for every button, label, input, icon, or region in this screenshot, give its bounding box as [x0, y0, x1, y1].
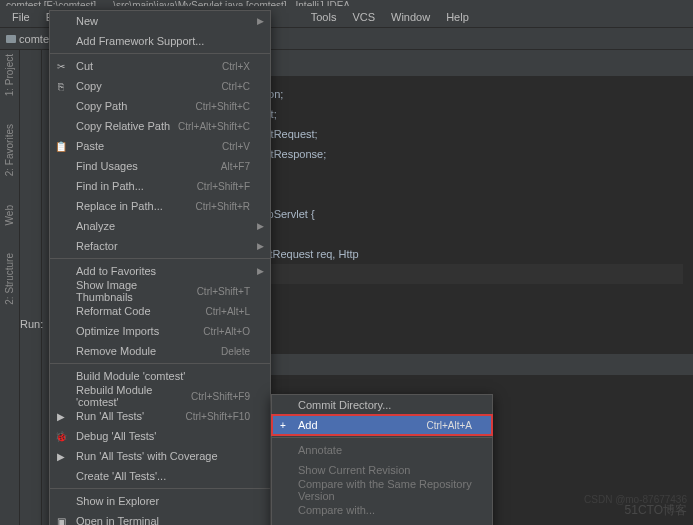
- menu-label: Optimize Imports: [76, 325, 159, 337]
- menu-icon: ▶: [54, 449, 68, 463]
- menu-label: Analyze: [76, 220, 115, 232]
- ctx-open-in-terminal[interactable]: ▣Open in Terminal: [50, 511, 270, 525]
- git-submenu: Commit Directory...+AddCtrl+Alt+AAnnotat…: [271, 394, 493, 525]
- git-annotate: Annotate: [272, 440, 492, 460]
- menu-icon: 🐞: [54, 429, 68, 443]
- shortcut: Ctrl+Shift+C: [196, 101, 250, 112]
- project-icon: [6, 35, 16, 43]
- git-compare-with-branch-: Compare with Branch...: [272, 520, 492, 525]
- ctx-analyze[interactable]: Analyze▶: [50, 216, 270, 236]
- menu-label: Show in Explorer: [76, 495, 159, 507]
- menu-label: Find in Path...: [76, 180, 144, 192]
- shortcut: Alt+F7: [221, 161, 250, 172]
- submenu-arrow-icon: ▶: [257, 241, 264, 251]
- git-add[interactable]: +AddCtrl+Alt+A: [272, 415, 492, 435]
- tool-structure[interactable]: 2: Structure: [4, 253, 15, 305]
- ctx-copy[interactable]: ⎘CopyCtrl+C: [50, 76, 270, 96]
- ctx-remove-module[interactable]: Remove ModuleDelete: [50, 341, 270, 361]
- ctx-new[interactable]: New▶: [50, 11, 270, 31]
- left-tool-strip: 1: Project 2: Favorites Web 2: Structure: [0, 50, 20, 525]
- menu-tools[interactable]: Tools: [303, 9, 345, 25]
- menu-label: Add to Favorites: [76, 265, 156, 277]
- submenu-arrow-icon: ▶: [257, 221, 264, 231]
- shortcut: Ctrl+Shift+T: [197, 286, 250, 297]
- menu-label: Debug 'All Tests': [76, 430, 156, 442]
- menu-label: Copy: [76, 80, 102, 92]
- shortcut: Ctrl+Alt+L: [206, 306, 250, 317]
- menu-icon: ✂: [54, 59, 68, 73]
- shortcut: Ctrl+V: [222, 141, 250, 152]
- menu-label: Annotate: [298, 444, 342, 456]
- menu-label: Reformat Code: [76, 305, 151, 317]
- menu-file[interactable]: File: [4, 9, 38, 25]
- menu-window[interactable]: Window: [383, 9, 438, 25]
- ctx-run-all-tests-[interactable]: ▶Run 'All Tests'Ctrl+Shift+F10: [50, 406, 270, 426]
- ctx-cut[interactable]: ✂CutCtrl+X: [50, 56, 270, 76]
- submenu-arrow-icon: ▶: [257, 266, 264, 276]
- git-compare-with-the-same-repository-version: Compare with the Same Repository Version: [272, 480, 492, 500]
- ctx-paste[interactable]: 📋PasteCtrl+V: [50, 136, 270, 156]
- menu-label: Add Framework Support...: [76, 35, 204, 47]
- ctx-replace-in-path-[interactable]: Replace in Path...Ctrl+Shift+R: [50, 196, 270, 216]
- menu-label: Copy Path: [76, 100, 127, 112]
- menu-label: Cut: [76, 60, 93, 72]
- ctx-copy-path[interactable]: Copy PathCtrl+Shift+C: [50, 96, 270, 116]
- ctx-find-in-path-[interactable]: Find in Path...Ctrl+Shift+F: [50, 176, 270, 196]
- ctx-build-module-comtest-[interactable]: Build Module 'comtest': [50, 366, 270, 386]
- menu-label: Copy Relative Path: [76, 120, 170, 132]
- menu-label: Rebuild Module 'comtest': [76, 384, 191, 408]
- ctx-show-image-thumbnails[interactable]: Show Image ThumbnailsCtrl+Shift+T: [50, 281, 270, 301]
- tool-favorites[interactable]: 2: Favorites: [4, 124, 15, 176]
- menu-vcs[interactable]: VCS: [344, 9, 383, 25]
- menu-icon: 📋: [54, 139, 68, 153]
- context-menu: New▶Add Framework Support...✂CutCtrl+X⎘C…: [49, 10, 271, 525]
- ctx-run-all-tests-with-coverage[interactable]: ▶Run 'All Tests' with Coverage: [50, 446, 270, 466]
- shortcut: Ctrl+Shift+R: [196, 201, 250, 212]
- menu-label: Remove Module: [76, 345, 156, 357]
- ctx-refactor[interactable]: Refactor▶: [50, 236, 270, 256]
- menu-label: Run 'All Tests' with Coverage: [76, 450, 218, 462]
- shortcut: Delete: [221, 346, 250, 357]
- menu-label: Open in Terminal: [76, 515, 159, 525]
- ctx-debug-all-tests-[interactable]: 🐞Debug 'All Tests': [50, 426, 270, 446]
- ctx-show-in-explorer[interactable]: Show in Explorer: [50, 491, 270, 511]
- git-show-current-revision: Show Current Revision: [272, 460, 492, 480]
- watermark-51cto: 51CTO博客: [625, 502, 687, 519]
- shortcut: Ctrl+Alt+Shift+C: [178, 121, 250, 132]
- shortcut: Ctrl+Shift+F9: [191, 391, 250, 402]
- shortcut: Ctrl+Shift+F10: [186, 411, 250, 422]
- ctx-optimize-imports[interactable]: Optimize ImportsCtrl+Alt+O: [50, 321, 270, 341]
- project-name[interactable]: comte: [19, 33, 49, 45]
- git-commit-directory-[interactable]: Commit Directory...: [272, 395, 492, 415]
- ctx-create-all-tests-[interactable]: Create 'All Tests'...: [50, 466, 270, 486]
- shortcut: Ctrl+C: [221, 81, 250, 92]
- menu-help[interactable]: Help: [438, 9, 477, 25]
- ctx-copy-relative-path[interactable]: Copy Relative PathCtrl+Alt+Shift+C: [50, 116, 270, 136]
- git-compare-with-: Compare with...: [272, 500, 492, 520]
- menu-label: Add: [298, 419, 318, 431]
- run-panel-label[interactable]: Run:: [20, 318, 43, 330]
- ctx-rebuild-module-comtest-[interactable]: Rebuild Module 'comtest'Ctrl+Shift+F9: [50, 386, 270, 406]
- menu-label: Commit Directory...: [298, 399, 391, 411]
- menu-icon: ▶: [54, 409, 68, 423]
- ctx-add-framework-support-[interactable]: Add Framework Support...: [50, 31, 270, 51]
- menu-label: Show Image Thumbnails: [76, 279, 197, 303]
- menu-icon: ▣: [54, 514, 68, 525]
- ctx-reformat-code[interactable]: Reformat CodeCtrl+Alt+L: [50, 301, 270, 321]
- tool-web[interactable]: Web: [4, 205, 15, 225]
- menu-label: Paste: [76, 140, 104, 152]
- shortcut: Ctrl+Shift+F: [197, 181, 250, 192]
- ctx-add-to-favorites[interactable]: Add to Favorites▶: [50, 261, 270, 281]
- menu-label: Compare with...: [298, 504, 375, 516]
- tool-project[interactable]: 1: Project: [4, 54, 15, 96]
- ctx-find-usages[interactable]: Find UsagesAlt+F7: [50, 156, 270, 176]
- project-panel: [20, 50, 42, 525]
- menu-label: Compare with the Same Repository Version: [298, 478, 472, 502]
- menu-label: Run 'All Tests': [76, 410, 144, 422]
- menu-label: Show Current Revision: [298, 464, 411, 476]
- menu-label: Create 'All Tests'...: [76, 470, 166, 482]
- menu-label: Build Module 'comtest': [76, 370, 185, 382]
- menu-label: Refactor: [76, 240, 118, 252]
- menu-icon: +: [276, 418, 290, 432]
- shortcut: Ctrl+Alt+A: [426, 420, 472, 431]
